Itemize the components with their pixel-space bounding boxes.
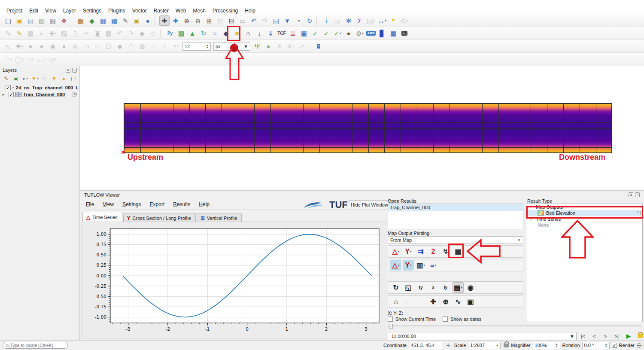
- prev-timestep-button[interactable]: <: [589, 332, 600, 340]
- result-type-tree[interactable]: −Map OutputsBed Elevation2−Time SeriesNo…: [526, 204, 643, 322]
- temporal-controller-icon[interactable]: ◔: [293, 15, 304, 26]
- add-mesh-layer-icon[interactable]: ▩: [109, 15, 119, 26]
- locate-input[interactable]: [10, 343, 62, 348]
- depth-average-icon[interactable]: ≡▾: [428, 260, 439, 271]
- fill-ring-icon[interactable]: ◍: [137, 41, 147, 52]
- attachment-icon[interactable]: ⊘▾: [355, 28, 365, 39]
- add-delimited-text-layer-icon[interactable]: ✎: [120, 15, 131, 26]
- tree-expander-icon[interactable]: −: [530, 205, 534, 209]
- refresh-plot-icon[interactable]: ↻: [390, 282, 401, 293]
- tuflow-menu-export[interactable]: Export: [149, 201, 166, 208]
- zoom-in-icon[interactable]: ⊕: [182, 15, 192, 26]
- paste-features-icon[interactable]: ▤: [103, 28, 114, 39]
- timeseries-plot[interactable]: -3-2-10123-1.00-0.75-0.50-0.250.000.250.…: [85, 224, 384, 336]
- redo-icon[interactable]: ↷: [126, 28, 136, 39]
- pan-plot-icon[interactable]: ✚: [428, 296, 439, 307]
- tuflow-menu-file[interactable]: File: [85, 201, 95, 208]
- shape-digitize-icon[interactable]: ◠: [126, 41, 136, 52]
- remove-layer-icon[interactable]: ▢: [70, 74, 77, 82]
- toggle-editing-icon[interactable]: ✎: [14, 28, 24, 39]
- style-manager-icon[interactable]: ❖: [59, 15, 69, 26]
- magnifier-field[interactable]: 100%▲▼: [533, 342, 560, 349]
- new-print-layout-icon[interactable]: ▥: [36, 15, 47, 26]
- map-tips-icon[interactable]: ❝: [388, 15, 398, 26]
- forward-view-icon[interactable]: →: [415, 296, 426, 307]
- snap-dots-icon[interactable]: ⁘: [159, 41, 170, 52]
- grid-blue-icon[interactable]: ▦: [388, 28, 398, 39]
- checkbox-show-current-time[interactable]: [388, 317, 393, 322]
- delete-selected-icon[interactable]: ▯: [70, 28, 80, 39]
- menu-layer[interactable]: Layer: [60, 7, 79, 14]
- menu-view[interactable]: View: [42, 7, 59, 14]
- add-group-icon[interactable]: ▣: [12, 74, 19, 82]
- menu-vector[interactable]: Vector: [129, 7, 150, 14]
- grid-plot-icon[interactable]: ▦: [453, 246, 464, 257]
- circle-3points-icon[interactable]: ●: [36, 41, 47, 52]
- digitize-line-icon[interactable]: /▾: [36, 28, 47, 39]
- back-view-icon[interactable]: ←: [403, 296, 414, 307]
- first-timestep-button[interactable]: |<: [577, 332, 589, 340]
- menu-project[interactable]: Project: [3, 7, 25, 14]
- sum-features-icon[interactable]: Σ: [355, 15, 365, 26]
- current-edits-icon[interactable]: ✎: [3, 28, 13, 39]
- add-database-layer-icon[interactable]: ▣: [131, 15, 142, 26]
- map-canvas[interactable]: ✕ Upstream Downstream: [80, 66, 644, 190]
- stream-digitize-icon[interactable]: ◆: [221, 28, 231, 39]
- menu-processing[interactable]: Processing: [210, 7, 241, 14]
- color-legend-icon[interactable]: ≣: [288, 28, 298, 39]
- close-panel-icon[interactable]: ×: [635, 192, 640, 197]
- pan-to-selection-icon[interactable]: ✚: [170, 15, 181, 26]
- zoom-out-icon[interactable]: ⊖: [193, 15, 203, 26]
- tcf-icon[interactable]: TCF: [276, 28, 287, 39]
- statistical-summary-icon[interactable]: ▤: [332, 15, 343, 26]
- plot-cross-section-icon[interactable]: Y▾: [403, 246, 414, 257]
- close-tool2-icon[interactable]: ✗▾: [286, 41, 296, 52]
- save-project-icon[interactable]: ▤: [25, 15, 36, 26]
- annotation-circle-icon[interactable]: ◯▾: [14, 54, 24, 64]
- advanced-digitizing-icon[interactable]: ◺: [3, 41, 13, 52]
- ellipse-center-icon[interactable]: ●: [59, 41, 69, 52]
- tab-vertical-profile[interactable]: ≣Vertical Profile: [197, 213, 242, 222]
- trace-icon[interactable]: ◌: [148, 41, 158, 52]
- node-tool-icon[interactable]: ✚▾: [14, 41, 24, 52]
- plot-options-icon[interactable]: ∿: [453, 296, 464, 307]
- layer-item[interactable]: ▸✓Trap_Channel_000: [0, 91, 79, 98]
- result-type-item[interactable]: None: [526, 222, 642, 228]
- new-map-view-icon[interactable]: ▤: [271, 15, 281, 26]
- tab-time-series[interactable]: △Time Series: [82, 212, 122, 222]
- check-1-icon[interactable]: ✓▾: [332, 28, 343, 39]
- expand-all-icon[interactable]: ▼: [50, 74, 58, 82]
- next-timestep-button[interactable]: >: [600, 332, 611, 340]
- result-type-item[interactable]: Bed Elevation2: [526, 210, 642, 216]
- terminal-icon[interactable]: >_: [399, 28, 410, 39]
- new-bookmark-icon[interactable]: ▼: [282, 15, 292, 26]
- tab-cross-section-long-profile[interactable]: YCross Section / Long Profile: [123, 213, 196, 222]
- layer-name[interactable]: 2d_ns_Trap_channel_000_L: [16, 85, 79, 90]
- annotation-arc-icon[interactable]: ◠▾: [3, 54, 13, 64]
- secondary-axis-icon[interactable]: 2: [428, 246, 439, 257]
- reload-plugin-icon[interactable]: ↻: [198, 28, 209, 39]
- result-type-item[interactable]: −Time Series: [526, 216, 642, 222]
- tuflow-menu-results[interactable]: Results: [172, 201, 191, 208]
- save-edits-icon[interactable]: ▤: [25, 28, 36, 39]
- zoom-next-icon[interactable]: ↷: [260, 15, 270, 26]
- refresh-map-icon[interactable]: ↻: [304, 15, 315, 26]
- close-panel-icon[interactable]: ×: [72, 68, 77, 73]
- plot-flux-icon[interactable]: ⇉: [415, 246, 426, 257]
- annotation-blob-icon[interactable]: ◔▾: [25, 54, 36, 64]
- arch-icon[interactable]: ∩: [243, 28, 253, 39]
- time-of-icon[interactable]: ↯: [440, 246, 451, 257]
- terrain-hill-icon[interactable]: ▲: [187, 28, 197, 39]
- result-type-item[interactable]: −Map Outputs: [526, 204, 642, 210]
- new-project-icon[interactable]: ▢: [3, 15, 13, 26]
- open-layer-styling-icon[interactable]: ✎: [2, 74, 10, 82]
- circle-center-icon[interactable]: ◉: [48, 41, 58, 52]
- arc-tool-icon[interactable]: ◔▾: [170, 41, 181, 52]
- rotation-field[interactable]: 0.0 °▲▼: [582, 342, 610, 349]
- vertex-tool-icon[interactable]: ✚▾: [48, 28, 58, 39]
- annotation-rect-icon[interactable]: ▭▾: [36, 54, 47, 64]
- lock-timestep-icon[interactable]: [638, 334, 643, 338]
- import-results-icon[interactable]: ⇓: [265, 28, 276, 39]
- map-window-icon[interactable]: ▣: [299, 28, 309, 39]
- lock-scale-icon[interactable]: [504, 344, 509, 347]
